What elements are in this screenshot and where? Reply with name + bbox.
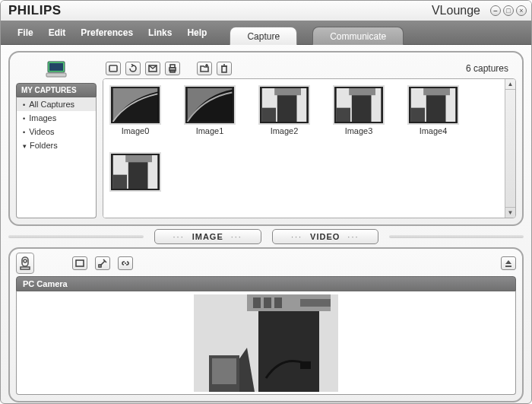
svg-rect-43 xyxy=(300,361,311,369)
menu-preferences[interactable]: Preferences xyxy=(73,23,141,44)
svg-rect-14 xyxy=(262,108,276,122)
email-button[interactable] xyxy=(145,62,160,75)
app-title: VLounge xyxy=(432,4,480,17)
new-folder-button[interactable] xyxy=(197,62,212,75)
camera-device-icon xyxy=(16,253,34,274)
svg-rect-39 xyxy=(258,311,319,392)
capture-count: 6 captures xyxy=(466,63,513,74)
svg-rect-2 xyxy=(46,73,66,77)
svg-rect-8 xyxy=(222,66,226,72)
svg-rect-6 xyxy=(170,65,175,68)
dots-icon xyxy=(347,232,359,241)
link-button[interactable] xyxy=(118,256,133,270)
minimize-button[interactable]: ‒ xyxy=(490,5,501,16)
tab-communicate[interactable]: Communicate xyxy=(312,27,404,45)
settings-button[interactable] xyxy=(95,256,110,270)
thumbnail-label: Image3 xyxy=(345,126,373,135)
svg-rect-29 xyxy=(21,267,30,269)
titlebar: PHILIPS VLounge ‒ □ × xyxy=(1,1,531,21)
scroll-up-icon[interactable]: ▲ xyxy=(505,79,515,90)
svg-rect-17 xyxy=(352,95,372,122)
svg-point-28 xyxy=(24,259,27,262)
print-button[interactable] xyxy=(165,62,180,75)
svg-rect-42 xyxy=(212,358,236,384)
svg-rect-27 xyxy=(22,257,28,266)
camera-panel: PC Camera xyxy=(8,247,524,402)
capture-video-label: VIDEO xyxy=(310,232,340,241)
capture-mode-bar: IMAGE VIDEO xyxy=(8,229,524,244)
camera-viewport xyxy=(16,291,516,395)
thumbnail-image4[interactable]: Image4 xyxy=(407,87,459,135)
gallery-toolbar: 6 captures xyxy=(103,59,516,78)
svg-rect-25 xyxy=(128,162,148,189)
view-button[interactable] xyxy=(106,62,121,75)
sidebar-item-videos[interactable]: Videos xyxy=(17,125,96,138)
svg-rect-20 xyxy=(423,88,450,95)
rotate-button[interactable] xyxy=(125,62,141,75)
delete-button[interactable] xyxy=(217,62,232,75)
live-preview xyxy=(194,294,338,392)
svg-rect-32 xyxy=(505,266,511,267)
sidebar-heading: MY CAPTURES xyxy=(16,83,97,97)
thumbnail-label: Image1 xyxy=(196,126,224,135)
thumbnail-image2[interactable]: Image2 xyxy=(258,87,310,135)
svg-rect-26 xyxy=(113,175,127,189)
sidebar-list: All Captures Images Videos Folders xyxy=(16,97,97,218)
thumbnail-label: Image0 xyxy=(122,126,150,135)
gallery: Image0 Image1 Image2 Image3 xyxy=(103,79,505,218)
scroll-down-icon[interactable]: ▼ xyxy=(505,207,515,218)
dots-icon xyxy=(231,232,242,241)
thumbnail-label: Image4 xyxy=(420,126,448,135)
eject-button[interactable] xyxy=(501,256,516,270)
svg-rect-31 xyxy=(99,265,101,267)
fullscreen-button[interactable] xyxy=(72,256,87,270)
svg-rect-24 xyxy=(125,155,152,162)
svg-rect-37 xyxy=(274,297,282,308)
camera-heading: PC Camera xyxy=(16,276,516,291)
menu-links[interactable]: Links xyxy=(141,23,179,44)
svg-rect-3 xyxy=(109,65,117,72)
svg-rect-13 xyxy=(277,95,297,122)
menu-help[interactable]: Help xyxy=(179,23,214,44)
dots-icon xyxy=(291,232,302,241)
svg-rect-38 xyxy=(300,299,331,307)
svg-rect-22 xyxy=(411,108,425,122)
svg-rect-21 xyxy=(426,95,446,122)
gallery-scrollbar[interactable]: ▲ ▼ xyxy=(505,79,515,218)
computer-icon xyxy=(16,59,97,80)
menu-edit[interactable]: Edit xyxy=(41,23,74,44)
thumbnail-image0[interactable]: Image0 xyxy=(109,87,161,135)
sidebar-item-all-captures[interactable]: All Captures xyxy=(17,97,96,111)
thumbnail-image3[interactable]: Image3 xyxy=(333,87,385,135)
svg-rect-35 xyxy=(253,297,261,308)
menu-file[interactable]: File xyxy=(10,23,41,44)
tab-capture[interactable]: Capture xyxy=(230,27,297,45)
svg-rect-30 xyxy=(76,260,84,266)
svg-rect-36 xyxy=(264,297,271,308)
capture-video-button[interactable]: VIDEO xyxy=(272,229,378,244)
svg-rect-1 xyxy=(49,63,63,71)
thumbnail-image5[interactable] xyxy=(109,154,161,193)
svg-rect-12 xyxy=(274,88,301,95)
dots-icon xyxy=(173,232,185,241)
brand-logo: PHILIPS xyxy=(8,3,62,18)
maximize-button[interactable]: □ xyxy=(503,5,514,16)
thumbnail-image1[interactable]: Image1 xyxy=(184,87,236,135)
capture-image-label: IMAGE xyxy=(192,232,223,241)
sidebar-item-folders[interactable]: Folders xyxy=(17,138,96,152)
thumbnail-label: Image2 xyxy=(271,126,299,135)
captures-panel: MY CAPTURES All Captures Images Videos F… xyxy=(8,51,524,226)
app-window: PHILIPS VLounge ‒ □ × File Edit Preferen… xyxy=(0,0,532,404)
menubar: File Edit Preferences Links Help Capture… xyxy=(1,21,531,45)
close-button[interactable]: × xyxy=(516,5,527,16)
capture-image-button[interactable]: IMAGE xyxy=(154,229,261,244)
sidebar-item-images[interactable]: Images xyxy=(17,111,96,125)
svg-rect-18 xyxy=(337,108,350,122)
svg-rect-16 xyxy=(349,88,375,95)
